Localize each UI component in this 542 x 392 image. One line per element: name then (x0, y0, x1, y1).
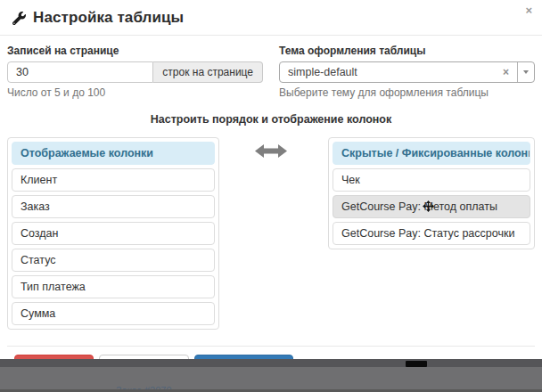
table-settings-modal: Настройка таблицы × Записей на странице … (0, 0, 542, 359)
visible-columns-header: Отображаемые колонки (12, 142, 215, 165)
wrench-icon (12, 12, 26, 25)
left-right-arrow-icon (255, 144, 287, 161)
column-item-getcourse-metod-oplaty[interactable]: GetCourse Pay: Метод оплаты (333, 195, 530, 218)
background-dark-band (0, 359, 542, 367)
modal-title-text: Настройка таблицы (33, 9, 184, 27)
theme-caret-button[interactable] (517, 62, 534, 82)
theme-select-value: simple-default (280, 62, 495, 82)
dimmed-page-backdrop: Заказ #2070 (0, 359, 542, 392)
column-item-tip-platezha[interactable]: Тип платежа (12, 275, 215, 298)
column-item-sozdan[interactable]: Создан (12, 222, 215, 245)
column-item-label: GetCourse Pay: Метод оплаты (341, 200, 497, 213)
theme-hint: Выберите тему для оформления таблицы (279, 86, 535, 99)
theme-clear-icon[interactable]: × (495, 62, 517, 82)
column-item-status[interactable]: Статус (12, 249, 215, 272)
theme-field: Тема оформления таблицы simple-default ×… (279, 45, 535, 99)
column-item-getcourse-status-rassrochki[interactable]: GetCourse Pay: Статус рассрочки (333, 222, 530, 245)
modal-header: Настройка таблицы × (0, 0, 542, 36)
hidden-columns-panel: Скрытые / Фиксированные колонки Чек GetC… (328, 137, 535, 249)
theme-label: Тема оформления таблицы (279, 45, 535, 57)
hidden-columns-header: Скрытые / Фиксированные колонки (333, 142, 530, 165)
panels-row: Отображаемые колонки Клиент Заказ Создан… (7, 137, 535, 330)
modal-body: Записей на странице строк на странице Чи… (0, 36, 542, 387)
column-item-chek[interactable]: Чек (333, 168, 530, 192)
columns-section-heading: Настроить порядок и отображение колонок (7, 113, 535, 126)
chevron-down-icon (523, 70, 529, 74)
column-item-summa[interactable]: Сумма (12, 302, 215, 325)
column-item-klient[interactable]: Клиент (12, 168, 215, 192)
theme-select[interactable]: simple-default × (279, 61, 535, 83)
records-per-page-input[interactable] (7, 61, 153, 83)
move-cursor-icon (423, 200, 434, 215)
records-per-page-addon: строк на странице (153, 61, 263, 83)
screen: Настройка таблицы × Записей на странице … (0, 0, 542, 392)
records-per-page-hint: Число от 5 и до 100 (7, 86, 263, 99)
background-black-element (406, 361, 427, 367)
fields-row: Записей на странице строк на странице Чи… (7, 45, 535, 99)
records-input-group: строк на странице (7, 61, 263, 83)
column-item-zakaz[interactable]: Заказ (12, 195, 215, 218)
records-per-page-label: Записей на странице (7, 45, 263, 57)
close-button[interactable]: × (523, 3, 534, 18)
modal-title: Настройка таблицы (12, 9, 530, 27)
records-per-page-field: Записей на странице строк на странице Чи… (7, 45, 263, 99)
visible-columns-panel: Отображаемые колонки Клиент Заказ Создан… (7, 137, 219, 330)
